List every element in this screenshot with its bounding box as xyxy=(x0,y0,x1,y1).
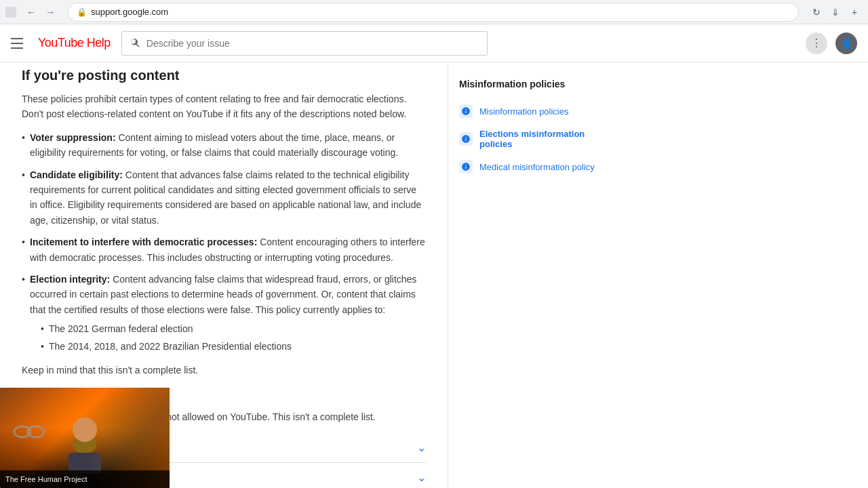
video-overlay[interactable]: The Free Human Project xyxy=(0,388,170,488)
bullet-term-candidate: Candidate eligibility: xyxy=(30,169,123,180)
lock-icon: 🔒 xyxy=(77,7,87,17)
sub-bullet-list: The 2021 German federal election The 201… xyxy=(30,321,426,354)
search-icon xyxy=(130,38,141,49)
address-bar[interactable]: 🔒 support.google.com xyxy=(68,3,799,22)
user-avatar[interactable]: 👤 xyxy=(835,33,857,54)
posting-heading: If you're posting content xyxy=(22,68,426,83)
bullet-term-voter: Voter suppression: xyxy=(30,132,116,143)
reload-button[interactable]: ↻ xyxy=(808,4,825,20)
sidebar-icon-medical xyxy=(459,160,473,174)
chevron-voter: ⌄ xyxy=(417,441,426,454)
sidebar-link-medical[interactable]: Medical misinformation policy xyxy=(459,155,599,179)
bullet-voter-suppression: Voter suppression: Content aiming to mis… xyxy=(22,130,426,161)
sidebar-label-misinfo: Misinformation policies xyxy=(479,106,569,117)
back-button[interactable]: ← xyxy=(23,4,39,20)
sidebar-icon-misinfo xyxy=(459,104,473,118)
bullet-incitement: Incitement to interfere with democratic … xyxy=(22,235,426,265)
bullet-list: Voter suppression: Content aiming to mis… xyxy=(22,130,426,354)
bullet-candidate-eligibility: Candidate eligibility: Content that adva… xyxy=(22,167,426,228)
yt-logo: YouTube Help xyxy=(38,36,111,50)
sidebar-link-misinfo[interactable]: Misinformation policies xyxy=(459,99,599,123)
sidebar-title: Misinformation policies xyxy=(459,79,599,89)
header-right: ⋮ 👤 xyxy=(806,33,857,54)
search-bar[interactable] xyxy=(121,31,488,56)
browser-tabs xyxy=(5,7,16,18)
yt-header: YouTube Help ⋮ 👤 xyxy=(0,24,868,62)
sub-bullet-brazilian: The 2014, 2018, and 2022 Brazilian Presi… xyxy=(41,339,426,354)
bullet-term-incitement: Incitement to interfere with democratic … xyxy=(30,237,257,247)
yt-logo-help: Help xyxy=(83,36,111,49)
posting-intro: These policies prohibit certain types of… xyxy=(22,92,426,122)
sidebar-label-elections: Elections misinformation policies xyxy=(479,129,599,149)
sidebar-icon-elections xyxy=(459,132,473,146)
apps-icon[interactable]: ⋮ xyxy=(806,33,827,54)
sidebar-label-medical: Medical misinformation policy xyxy=(479,162,595,172)
bullet-election-integrity: Election integrity: Content advancing fa… xyxy=(22,272,426,354)
sidebar-link-elections[interactable]: Elections misinformation policies xyxy=(459,123,599,155)
chevron-candidate: ⌄ xyxy=(417,471,426,484)
forward-button[interactable]: → xyxy=(42,4,58,20)
tab-icon xyxy=(5,7,16,18)
chain-decoration xyxy=(12,415,46,451)
browser-actions: ↻ ⇓ + xyxy=(808,4,863,20)
bullet-term-integrity: Election integrity: xyxy=(30,274,110,285)
yt-logo-youtube: YouTube xyxy=(38,36,83,49)
browser-nav: ← → xyxy=(23,4,58,20)
sidebar: Misinformation policies Misinformation p… xyxy=(448,62,610,488)
sub-bullet-german: The 2021 German federal election xyxy=(41,321,426,336)
new-tab-button[interactable]: + xyxy=(846,4,863,20)
video-title-bar: The Free Human Project xyxy=(0,470,170,488)
keep-in-mind: Keep in mind that this isn't a complete … xyxy=(22,363,426,378)
url-text: support.google.com xyxy=(91,7,168,17)
search-input[interactable] xyxy=(146,38,479,49)
hamburger-menu-icon[interactable] xyxy=(11,35,27,52)
download-button[interactable]: ⇓ xyxy=(827,4,844,20)
browser-chrome: ← → 🔒 support.google.com ↻ ⇓ + xyxy=(0,0,868,24)
video-title-text: The Free Human Project xyxy=(5,474,164,484)
